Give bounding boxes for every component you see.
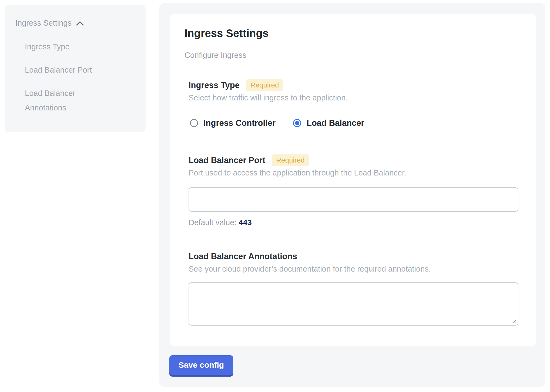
sidebar-item-load-balancer-annotations[interactable]: Load Balancer Annotations — [25, 86, 117, 115]
load-balancer-port-input[interactable] — [189, 187, 518, 212]
settings-sidebar: Ingress Settings Ingress Type Load Balan… — [5, 5, 146, 132]
field-label-load-balancer-port: Load Balancer Port — [189, 156, 265, 165]
ingress-settings-card: Ingress Settings Configure Ingress Ingre… — [170, 14, 536, 346]
page-title: Ingress Settings — [185, 27, 518, 39]
page: Ingress Settings Ingress Type Load Balan… — [0, 0, 550, 392]
save-config-button[interactable]: Save config — [169, 355, 233, 375]
default-value-line: Default value: 443 — [189, 218, 518, 227]
radio-label: Load Balancer — [307, 118, 364, 128]
field-description-load-balancer-annotations: See your cloud provider’s documentation … — [189, 264, 518, 274]
sidebar-items: Ingress Type Load Balancer Port Load Bal… — [15, 39, 138, 115]
required-badge: Required — [272, 154, 309, 166]
field-description-ingress-type: Select how traffic will ingress to the a… — [189, 93, 518, 103]
page-subtitle: Configure Ingress — [185, 50, 518, 60]
sidebar-group-label: Ingress Settings — [15, 19, 72, 28]
sidebar-item-ingress-type[interactable]: Ingress Type — [25, 39, 117, 54]
sidebar-item-load-balancer-port[interactable]: Load Balancer Port — [25, 63, 117, 77]
radio-icon[interactable] — [190, 119, 198, 127]
field-label-ingress-type: Ingress Type — [189, 80, 240, 90]
required-badge: Required — [246, 79, 283, 91]
radio-option-ingress-controller[interactable]: Ingress Controller — [190, 118, 276, 128]
radio-label: Ingress Controller — [203, 118, 276, 128]
field-load-balancer-annotations: Load Balancer Annotations See your cloud… — [185, 251, 518, 326]
field-load-balancer-port: Load Balancer Port Required Port used to… — [185, 154, 518, 227]
field-label-load-balancer-annotations: Load Balancer Annotations — [189, 252, 297, 261]
radio-icon[interactable] — [293, 119, 301, 127]
chevron-up-icon — [76, 19, 84, 28]
resize-handle-icon[interactable] — [511, 317, 517, 323]
sidebar-group-ingress-settings[interactable]: Ingress Settings — [15, 17, 138, 29]
radio-option-load-balancer[interactable]: Load Balancer — [293, 118, 364, 128]
default-value: 443 — [239, 218, 251, 227]
field-description-load-balancer-port: Port used to access the application thro… — [189, 168, 518, 178]
ingress-type-radio-group: Ingress Controller Load Balancer — [190, 118, 518, 128]
settings-panel: Ingress Settings Configure Ingress Ingre… — [159, 3, 545, 387]
field-ingress-type: Ingress Type Required Select how traffic… — [185, 79, 518, 128]
load-balancer-annotations-textarea[interactable] — [189, 282, 518, 326]
default-value-label: Default value: — [189, 218, 236, 227]
